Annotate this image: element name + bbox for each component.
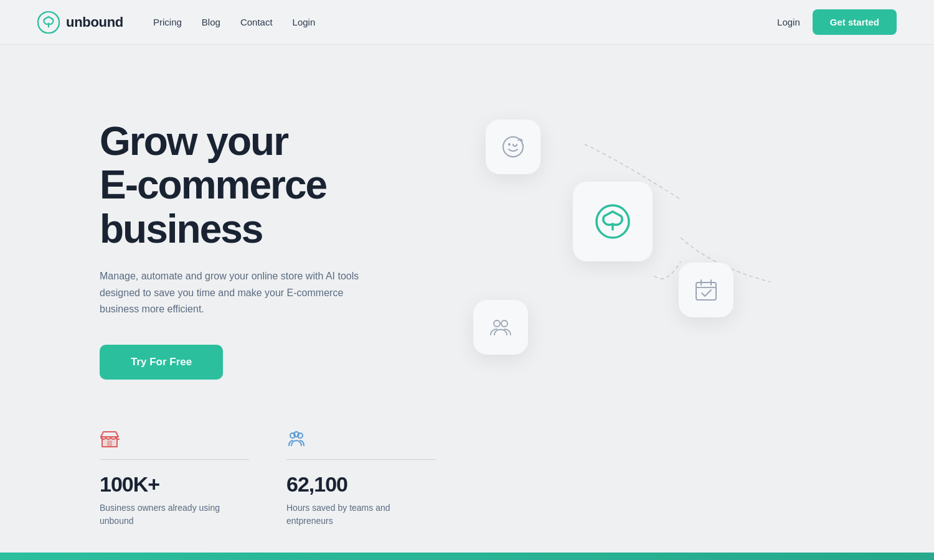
svg-point-9	[494, 320, 500, 327]
logo-icon	[37, 11, 60, 34]
nav-left: unbound Pricing Blog Contact Login	[37, 11, 315, 34]
hero-title: Grow your E-commerce business	[100, 119, 436, 251]
hero-subtitle: Manage, automate and grow your online st…	[100, 268, 361, 317]
float-card-calendar	[679, 263, 734, 317]
nav-contact[interactable]: Contact	[240, 17, 273, 27]
hero-section: Grow your E-commerce business Manage, au…	[0, 45, 934, 560]
float-card-logo	[573, 182, 653, 261]
logo-link[interactable]: unbound	[37, 11, 123, 34]
stat-divider-1	[100, 459, 249, 460]
svg-point-10	[501, 320, 507, 327]
smile-icon	[499, 133, 527, 161]
navbar: unbound Pricing Blog Contact Login Login…	[0, 0, 934, 45]
hero-left: Grow your E-commerce business Manage, au…	[100, 95, 436, 528]
stat-number-hours: 62,100	[286, 472, 436, 497]
stat-item-businesses: 100K+ Business owners already using unbo…	[100, 429, 249, 528]
stat-label-hours: Hours saved by teams and entpreneurs	[286, 502, 411, 528]
try-free-button[interactable]: Try For Free	[100, 345, 223, 380]
nav-login[interactable]: Login	[293, 17, 316, 27]
logo-text: unbound	[66, 14, 123, 30]
svg-point-7	[508, 143, 511, 146]
float-card-users	[473, 300, 528, 355]
login-link[interactable]: Login	[777, 17, 800, 27]
team-icon	[286, 429, 436, 452]
stat-number-businesses: 100K+	[100, 472, 249, 497]
stats-section: 100K+ Business owners already using unbo…	[100, 429, 436, 528]
users-icon	[487, 314, 514, 341]
store-icon	[100, 429, 249, 452]
svg-rect-11	[696, 282, 716, 300]
stat-item-hours: 62,100 Hours saved by teams and entprene…	[286, 429, 436, 528]
hero-illustration	[436, 82, 897, 393]
nav-right: Login Get started	[777, 9, 897, 35]
svg-rect-2	[107, 441, 112, 447]
nav-pricing[interactable]: Pricing	[153, 17, 182, 27]
calendar-check-icon	[692, 276, 720, 304]
stat-label-businesses: Business owners already using unbound	[100, 502, 224, 528]
nav-links: Pricing Blog Contact Login	[153, 17, 315, 28]
svg-point-8	[597, 205, 629, 238]
get-started-button[interactable]: Get started	[813, 9, 897, 35]
unbound-center-icon	[591, 200, 634, 243]
bottom-accent-bar	[0, 553, 934, 560]
stat-divider-2	[286, 459, 436, 460]
svg-point-6	[503, 137, 523, 157]
float-card-smile	[486, 119, 540, 174]
nav-blog[interactable]: Blog	[202, 17, 220, 27]
svg-point-0	[38, 11, 59, 32]
